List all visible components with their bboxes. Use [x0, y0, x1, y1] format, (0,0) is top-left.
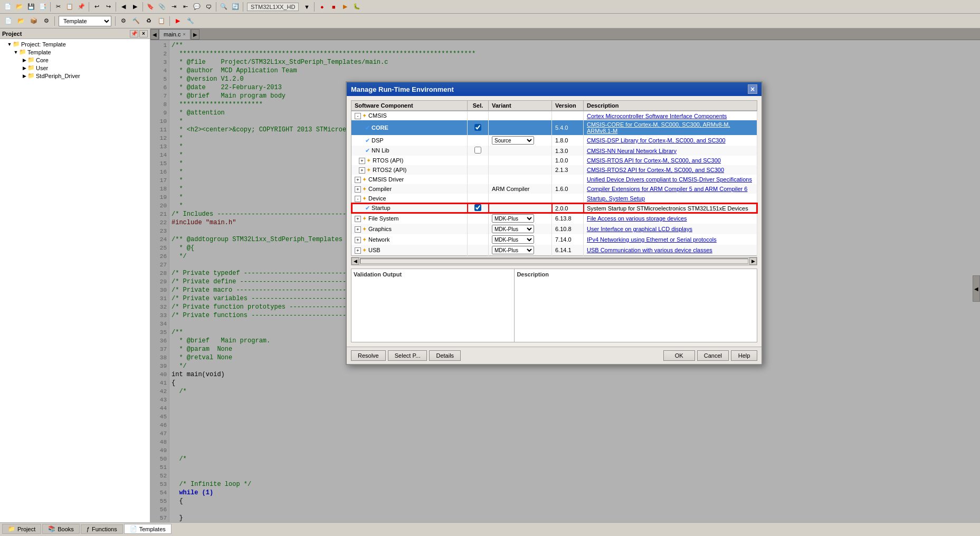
save-all-btn[interactable]: 📑 [37, 2, 48, 12]
usb-desc-link[interactable]: USB Communication with various device cl… [587, 247, 712, 253]
nav-back-btn[interactable]: ◀ [118, 2, 129, 12]
cmsis-desc-link[interactable]: Cortex Microcontroller Software Interfac… [587, 113, 727, 119]
tab-books[interactable]: 📚 Books [42, 524, 80, 534]
open2-btn[interactable]: 📂 [15, 15, 27, 27]
cmsis-driver-expander[interactable]: + [355, 177, 361, 183]
rtos2-desc-link[interactable]: CMSIS-RTOS2 API for Cortex-M, SC000, and… [587, 167, 724, 173]
run-btn[interactable]: ▶ [340, 2, 350, 12]
scroll-left-btn[interactable]: ◀ [351, 257, 359, 265]
table-row[interactable]: +✦ USB MDK-Plus 6.14.1 USB Communication… [351, 245, 757, 256]
nn-desc-link[interactable]: CMSIS-NN Neural Network Library [587, 148, 677, 154]
project-expander[interactable]: ▼ [6, 41, 13, 47]
tree-item-stdperiph[interactable]: ▶ 📁 StdPeriph_Driver [1, 72, 149, 80]
rtos2-expander[interactable]: + [359, 167, 365, 174]
save-btn[interactable]: 💾 [26, 2, 36, 12]
fs-expander[interactable]: + [355, 216, 361, 222]
table-row[interactable]: ✔ DSP Source 1.8.0 CMSIS-DSP Library for… [351, 135, 757, 146]
fs-desc-link[interactable]: File Access on various storage devices [587, 215, 687, 222]
tab-project[interactable]: 📁 Project [2, 524, 41, 534]
nn-checkbox[interactable] [474, 147, 481, 154]
graphics-expander[interactable]: + [355, 226, 361, 233]
paste-btn[interactable]: 📌 [76, 2, 87, 12]
pkg-btn[interactable]: 📦 [28, 15, 40, 27]
new2-btn[interactable]: 📄 [3, 15, 14, 27]
table-row[interactable]: ✔ CORE 5.4.0 CMSIS-CORE for Cortex-M, SC… [351, 120, 757, 135]
comment-btn[interactable]: 💬 [192, 2, 202, 12]
find-btn[interactable]: 🔍 [218, 2, 229, 12]
device-select-btn[interactable]: ▼ [301, 2, 312, 12]
uncomment-btn[interactable]: 🗨 [203, 2, 214, 12]
cmsis-driver-desc-link[interactable]: Unified Device Drivers compliant to CMSI… [587, 176, 752, 183]
compiler-desc-link[interactable]: Compiler Extensions for ARM Compiler 5 a… [587, 186, 747, 192]
open-btn[interactable]: 📂 [14, 2, 25, 12]
new-btn[interactable]: 📄 [3, 2, 13, 12]
bookmark-btn[interactable]: 🔖 [145, 2, 156, 12]
bookmark2-btn[interactable]: 📎 [157, 2, 167, 12]
cancel-btn[interactable]: Cancel [697, 350, 729, 361]
table-row[interactable]: +✦ Graphics MDK-Plus 6.10.8 User Interfa… [351, 224, 757, 234]
graphics-desc-link[interactable]: User Interface on graphical LCD displays [587, 226, 692, 232]
tab-templates[interactable]: 📄 Templates [124, 524, 172, 534]
panel-close-btn[interactable]: × [139, 30, 148, 37]
translate-btn[interactable]: ⚙ [118, 15, 129, 27]
startup-checkbox[interactable] [474, 204, 481, 211]
batch-btn[interactable]: 📋 [156, 15, 167, 27]
rtos-expander[interactable]: + [359, 158, 365, 164]
tree-item-template[interactable]: ▼ 📁 Template [1, 48, 149, 56]
core-desc-link[interactable]: CMSIS-CORE for Cortex-M, SC000, SC300, A… [587, 121, 730, 134]
dbg2-btn[interactable]: ▶ [172, 15, 184, 27]
table-row[interactable]: ✔ NN Lib 1.3.0 CMSIS-NN Neural Network L… [351, 146, 757, 156]
template-expander[interactable]: ▼ [13, 49, 19, 55]
fs-variant-select[interactable]: MDK-Plus [492, 214, 534, 223]
undo-btn[interactable]: ↩ [91, 2, 102, 12]
scroll-track[interactable] [360, 259, 748, 264]
ok-btn[interactable]: OK [663, 350, 695, 361]
modal-close-btn[interactable]: × [748, 84, 757, 94]
device-desc-link[interactable]: Startup, System Setup [587, 195, 645, 202]
table-row[interactable]: +✦ RTOS (API) 1.0.0 CMSIS-RTOS API for C… [351, 156, 757, 165]
tree-item-user[interactable]: ▶ 📁 User [1, 64, 149, 72]
stdperiph-expander[interactable]: ▶ [21, 73, 27, 79]
indent-btn[interactable]: ⇥ [168, 2, 179, 12]
compiler-expander[interactable]: + [355, 186, 361, 193]
dbg-btn[interactable]: 🐛 [351, 2, 362, 12]
table-row[interactable]: +✦ Compiler ARM Compiler 1.6.0 Compiler … [351, 184, 757, 194]
tree-item-core[interactable]: ▶ 📁 Core [1, 56, 149, 64]
table-row[interactable]: ✔ Startup 2.0.0 System Startup for STMic… [351, 203, 757, 213]
nav-fwd-btn[interactable]: ▶ [130, 2, 140, 12]
rtos-desc-link[interactable]: CMSIS-RTOS API for Cortex-M, SC000, and … [587, 157, 721, 164]
table-row[interactable]: +✦ RTOS2 (API) 2.1.3 CMSIS-RTOS2 API for… [351, 165, 757, 175]
settings-btn[interactable]: 🔧 [185, 15, 196, 27]
outdent-btn[interactable]: ⇤ [180, 2, 191, 12]
help-btn[interactable]: Help [731, 350, 757, 361]
cmsis-expander[interactable]: - [355, 113, 361, 119]
resolve-btn[interactable]: Resolve [351, 350, 386, 361]
user-expander[interactable]: ▶ [21, 65, 27, 71]
redo-btn[interactable]: ↪ [103, 2, 113, 12]
cut-btn[interactable]: ✂ [53, 2, 63, 12]
core-checkbox[interactable] [474, 124, 481, 131]
panel-pin-btn[interactable]: 📌 [130, 30, 138, 37]
core-expander[interactable]: ▶ [21, 57, 27, 63]
usb-variant-select[interactable]: MDK-Plus [492, 246, 534, 254]
table-row[interactable]: -✦ Device Startup, System Setup [351, 194, 757, 203]
table-row[interactable]: +✦ CMSIS Driver Unified Device Drivers c… [351, 175, 757, 184]
table-row[interactable]: +✦ File System MDK-Plus 6.13.8 File Acce… [351, 213, 757, 224]
network-desc-link[interactable]: IPv4 Networking using Ethernet or Serial… [587, 236, 717, 243]
table-row[interactable]: -✦ CMSIS Cortex Microcontroller Software… [351, 111, 757, 120]
select-plus-btn[interactable]: Select P... [388, 350, 427, 361]
build-btn[interactable]: ● [317, 2, 327, 12]
tree-item-project[interactable]: ▼ 📁 Project: Template [1, 40, 149, 48]
dsp-variant-select[interactable]: Source [492, 136, 534, 145]
details-btn[interactable]: Details [429, 350, 461, 361]
graphics-variant-select[interactable]: MDK-Plus [492, 225, 534, 233]
build2-btn[interactable]: 🔨 [130, 15, 142, 27]
cfg-btn[interactable]: ⚙ [41, 15, 52, 27]
copy-btn[interactable]: 📋 [64, 2, 75, 12]
network-variant-select[interactable]: MDK-Plus [492, 235, 534, 244]
table-row[interactable]: +✦ Network MDK-Plus 7.14.0 IPv4 Networki… [351, 234, 757, 245]
target-select[interactable]: Template [59, 16, 111, 26]
replace-btn[interactable]: 🔄 [230, 2, 241, 12]
usb-expander[interactable]: + [355, 247, 361, 254]
scroll-right-btn[interactable]: ▶ [749, 257, 757, 265]
